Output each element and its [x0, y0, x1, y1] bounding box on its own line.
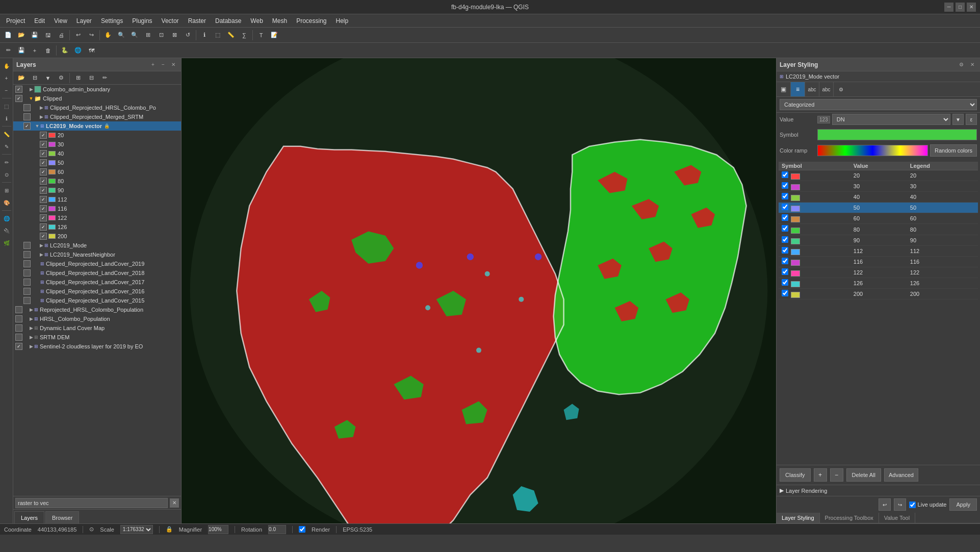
scale-dropdown[interactable]: 1:176332 — [120, 525, 153, 534]
val-checkbox[interactable] — [40, 187, 47, 194]
symbol-table-row[interactable]: 30 30 — [779, 181, 978, 192]
delete-all-button[interactable]: Delete All — [846, 468, 881, 482]
label-button[interactable]: T — [255, 29, 267, 41]
sym-checkbox[interactable] — [782, 247, 788, 254]
rendering-header[interactable]: ▶ Layer Rendering — [780, 487, 977, 494]
layer-item-hrsl-pop[interactable]: ▶ ⊞ HRSL_Colombo_Population — [13, 314, 181, 323]
sym-checkbox[interactable] — [782, 182, 788, 189]
layer-value-200[interactable]: 200 — [13, 232, 181, 241]
layer-value-20[interactable]: 20 — [13, 131, 181, 140]
sym-legend-cell[interactable]: 112 — [907, 245, 978, 256]
rotation-input[interactable] — [268, 525, 286, 534]
open-layer-button[interactable]: 📂 — [15, 72, 28, 84]
measure-ts-button[interactable]: 📏 — [1, 129, 12, 140]
add-feature-button[interactable]: + — [29, 44, 41, 57]
layer-value-50[interactable]: 50 — [13, 158, 181, 167]
layer-item-colombo-admin[interactable]: ▶ Colombo_admin_boundary — [13, 85, 181, 94]
sym-value-cell[interactable]: 122 — [850, 267, 907, 278]
value-field-options-button[interactable]: ▼ — [952, 114, 964, 125]
menu-processing[interactable]: Processing — [292, 16, 330, 26]
renderer-dropdown[interactable]: Categorized Single Symbol Graduated Rule… — [780, 99, 977, 110]
layer-checkbox[interactable] — [23, 113, 31, 120]
sym-checkbox[interactable] — [782, 171, 788, 178]
symbol-preview[interactable] — [817, 129, 977, 140]
sym-check-cell[interactable] — [779, 278, 850, 288]
symbol-table-row[interactable]: 116 116 — [779, 256, 978, 267]
layer-item-lc2016[interactable]: ⊞ Clipped_Reprojected_LandCover_2016 — [13, 287, 181, 296]
layer-item-srtm[interactable]: ▶ ⊞ Clipped_Reprojected_Merged_SRTM — [13, 112, 181, 121]
sym-value-cell[interactable]: 126 — [850, 278, 907, 288]
live-update-checkbox[interactable] — [909, 501, 916, 508]
sym-legend-cell[interactable]: 90 — [907, 235, 978, 245]
tab-layers[interactable]: Layers — [14, 511, 44, 523]
sym-legend-cell[interactable]: 60 — [907, 213, 978, 224]
plugins-btn[interactable]: 🐍 — [59, 44, 71, 57]
annotation-button[interactable]: 📝 — [268, 29, 280, 41]
sym-check-cell[interactable] — [779, 192, 850, 203]
zoom-layer-button[interactable]: ⊡ — [155, 29, 167, 41]
layer-item-lc2017[interactable]: ⊞ Clipped_Reprojected_LandCover_2017 — [13, 278, 181, 287]
sym-checkbox[interactable] — [782, 279, 788, 286]
remove-layer-button[interactable]: − — [159, 60, 168, 69]
magnifier-input[interactable] — [208, 525, 228, 534]
val-checkbox[interactable] — [40, 150, 47, 157]
globe-ts-button[interactable]: 🌐 — [1, 213, 12, 224]
layer-value-80[interactable]: 80 — [13, 177, 181, 186]
undo-style-button[interactable]: ↩ — [879, 498, 891, 511]
layer-item-lc2019-nn[interactable]: ▶ ⊞ LC2019_NearestNeighbor — [13, 250, 181, 259]
edit-save-button[interactable]: 💾 — [15, 44, 28, 57]
sym-value-cell[interactable]: 116 — [850, 256, 907, 267]
menu-layer[interactable]: Layer — [72, 16, 96, 26]
tab-processing-toolbox[interactable]: Processing Toolbox — [820, 513, 879, 523]
menu-vector[interactable]: Vector — [158, 16, 183, 26]
layer-value-112[interactable]: 112 — [13, 195, 181, 204]
layer-checkbox[interactable] — [23, 279, 31, 286]
layer-value-60[interactable]: 60 — [13, 167, 181, 177]
val-checkbox[interactable] — [40, 205, 47, 212]
sym-check-cell[interactable] — [779, 203, 850, 213]
tab-browser[interactable]: Browser — [45, 511, 79, 523]
advanced-button[interactable]: Advanced — [884, 468, 918, 482]
symbol-table-row[interactable]: 90 90 — [779, 235, 978, 245]
layer-item-reproj-hrsl[interactable]: ▶ ⊞ Reprojected_HRSL_Colombo_Population — [13, 305, 181, 314]
calculator-button[interactable]: ∑ — [238, 29, 250, 41]
collapse-all-button[interactable]: ⊟ — [85, 72, 97, 84]
sym-checkbox[interactable] — [782, 258, 788, 264]
web-btn[interactable]: 🌐 — [72, 44, 84, 57]
menu-raster[interactable]: Raster — [184, 16, 210, 26]
layer-checkbox[interactable] — [15, 324, 22, 332]
search-input[interactable] — [15, 498, 168, 508]
zoom-full-button[interactable]: ⊞ — [142, 29, 154, 41]
sym-value-cell[interactable]: 30 — [850, 181, 907, 192]
other-style-button[interactable]: ⚙ — [834, 82, 848, 96]
value-field-expr-button[interactable]: ε — [966, 114, 977, 125]
identify-button[interactable]: ℹ — [198, 29, 211, 41]
layer-item-lc2015[interactable]: ⊞ Clipped_Reprojected_LandCover_2015 — [13, 296, 181, 305]
plugins-ts-button[interactable]: 🔌 — [1, 225, 12, 236]
remove-class-button[interactable]: − — [830, 468, 843, 482]
sym-legend-cell[interactable]: 116 — [907, 256, 978, 267]
single-symbol-button[interactable]: ▣ — [777, 82, 791, 96]
tab-layer-styling[interactable]: Layer Styling — [777, 513, 820, 523]
sym-legend-cell[interactable]: 20 — [907, 170, 978, 181]
zoom-selection-button[interactable]: ⊠ — [168, 29, 180, 41]
sym-value-cell[interactable]: 50 — [850, 203, 907, 213]
sym-check-cell[interactable] — [779, 245, 850, 256]
print-button[interactable]: 🖨 — [55, 29, 67, 41]
layer-item-hrsl[interactable]: ▶ ⊞ Clipped_Reprojected_HRSL_Colombo_Po — [13, 103, 181, 112]
minimize-button[interactable]: ─ — [944, 3, 953, 12]
layer-checkbox[interactable] — [23, 260, 31, 267]
layer-value-30[interactable]: 30 — [13, 140, 181, 149]
sym-checkbox[interactable] — [782, 193, 788, 199]
zoom-in-button[interactable]: 🔍 — [115, 29, 127, 41]
zoom-out-button[interactable]: 🔍 — [128, 29, 141, 41]
sym-legend-cell[interactable]: 40 — [907, 192, 978, 203]
symbol-table-row[interactable]: 80 80 — [779, 224, 978, 235]
sym-value-cell[interactable]: 20 — [850, 170, 907, 181]
menu-view[interactable]: View — [50, 16, 71, 26]
symbol-table-row[interactable]: 200 200 — [779, 289, 978, 299]
sym-checkbox[interactable] — [782, 290, 788, 296]
sym-value-cell[interactable]: 90 — [850, 235, 907, 245]
sym-check-cell[interactable] — [779, 256, 850, 267]
search-clear-button[interactable]: ✕ — [170, 498, 179, 508]
